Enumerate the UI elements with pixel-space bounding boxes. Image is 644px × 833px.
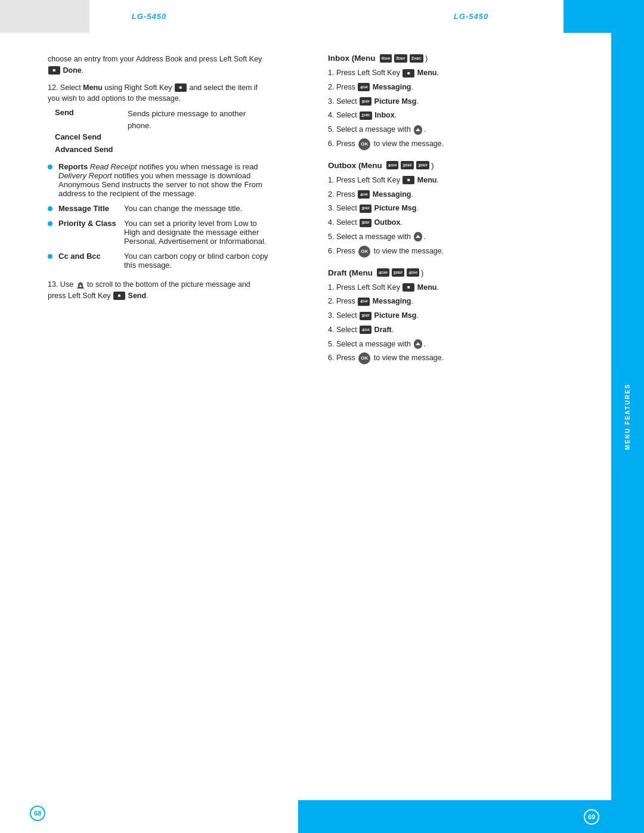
done-key: ■ (48, 66, 60, 75)
right-sidebar: Menu Features (611, 0, 644, 833)
nav-down-icon2 (413, 231, 423, 242)
outbox-step1: 1. Press Left Soft Key ■ Menu. (328, 175, 590, 186)
left-header-title: LG-5450 (132, 12, 166, 21)
outbox-title: Outbox (Menu (328, 161, 382, 170)
step12-menu: Menu (83, 83, 104, 92)
outbox-key3: 3DEF (416, 161, 429, 169)
draft-key3: 4GHI (407, 268, 419, 277)
advanced-send-label: Advanced Send (55, 145, 126, 156)
page-number-left: 68 (30, 806, 45, 821)
step13-para: 13. Use ▲ to scroll to the bottom of the… (48, 279, 268, 302)
ok-button: OK (358, 138, 370, 150)
right-soft-key: ■ (175, 83, 187, 92)
priority-label: Priority & Class (58, 219, 118, 246)
outbox-key1: 4GHI (386, 161, 399, 169)
draft-step1: 1. Press Left Soft Key ■ Menu. (328, 282, 590, 293)
svg-text:▲: ▲ (78, 283, 82, 287)
inbox-key1: 4GHI (380, 54, 392, 63)
inbox-step2: 2. Press 4GHI Messaging. (328, 82, 590, 93)
outbox-section-header: Outbox (Menu 4GHI 3DEF 3DEF ) (328, 161, 590, 170)
inbox-step5: 5. Select a message with . (328, 124, 590, 135)
message-title-label: Message Title (58, 204, 118, 213)
draft-key1: 4GHI (377, 268, 389, 277)
inbox-keys: 4GHI 3DEF 2ABC ) (379, 54, 428, 63)
send-desc: Sends picture message to another phone. (128, 108, 267, 131)
message-title-text: You can change the message title. (124, 204, 242, 213)
inbox-step6: 6. Press OK to view the message. (328, 138, 590, 150)
right-page: LG-5450 Inbox (Menu 4GHI 3DEF 2ABC ) 1. … (298, 0, 644, 833)
inbox-section-header: Inbox (Menu 4GHI 3DEF 2ABC ) (328, 54, 590, 63)
draft-step2: 2. Press 4GHI Messaging. (328, 296, 590, 307)
left-soft-key: ■ (113, 292, 125, 300)
cc-bcc-label: Cc and Bcc (58, 252, 118, 270)
inbox-step3: 3. Select 3DEF Picture Msg. (328, 96, 590, 107)
inbox-step4: 4. Select 2ABC Inbox. (328, 110, 590, 121)
outbox-steps: 1. Press Left Soft Key ■ Menu. 2. Press … (328, 175, 590, 258)
done-label: Done (63, 66, 81, 75)
priority-text: You can set a priority level from Low to… (124, 219, 268, 246)
bullet-section: Reports Read Receipt notifies you when m… (48, 162, 268, 270)
right-content: Inbox (Menu 4GHI 3DEF 2ABC ) 1. Press Le… (328, 54, 626, 364)
cc-bcc-text: You can carbon copy or blind carbon copy… (124, 252, 268, 270)
step13-send: Send (128, 292, 147, 300)
step12-rest: using Right Soft Key (104, 83, 172, 92)
bullet-reports: Reports Read Receipt notifies you when m… (48, 162, 268, 198)
inbox-key3: 2ABC (410, 54, 423, 63)
inbox-steps: 1. Press Left Soft Key ■ Menu. 2. Press … (328, 67, 590, 150)
bullet-dot (48, 221, 52, 226)
inbox-step1: 1. Press Left Soft Key ■ Menu. (328, 67, 590, 79)
ok-button2: OK (358, 246, 370, 258)
options-table: Send Sends picture message to another ph… (54, 107, 268, 157)
right-header-title: LG-5450 (454, 12, 488, 21)
draft-keys: 4GHI 3DEF 4GHI ) (376, 268, 423, 277)
ok-button3: OK (358, 352, 370, 364)
draft-step3: 3. Select 3DEF Picture Msg. (328, 310, 590, 321)
outbox-step2: 2. Press 4GHI Messaging. (328, 189, 590, 200)
draft-step4: 4. Select 4GHI Draft. (328, 324, 590, 336)
bullet-dot (48, 165, 52, 169)
outbox-keys: 4GHI 3DEF 3DEF ) (386, 161, 434, 170)
nav-down-icon (413, 125, 423, 135)
left-page: LG-5450 choose an entry from your Addres… (0, 0, 298, 833)
draft-key2: 3DEF (392, 268, 405, 277)
inbox-key2: 3DEF (394, 54, 407, 63)
intro-text: choose an entry from your Address Book a… (48, 55, 262, 63)
outbox-key2: 3DEF (401, 161, 414, 169)
step12-para: 12. Select Menu using Right Soft Key ■ a… (48, 82, 268, 105)
draft-section-header: Draft (Menu 4GHI 3DEF 4GHI ) (328, 268, 590, 277)
send-label: Send (55, 108, 126, 131)
bullet-cc-bcc: Cc and Bcc You can carbon copy or blind … (48, 252, 268, 270)
nav-down-icon3 (413, 339, 423, 349)
reports-text: Read Receipt notifies you when message i… (58, 162, 262, 198)
nav-icon: ▲ (76, 280, 85, 290)
right-bottom-bar: 69 (298, 800, 611, 833)
bullet-priority: Priority & Class You can set a priority … (48, 219, 268, 246)
intro-paragraph: choose an entry from your Address Book a… (48, 54, 268, 76)
cancel-send-label: Cancel Send (55, 132, 126, 144)
outbox-step4: 4. Select 3DEF Outbox. (328, 217, 590, 228)
draft-step5: 5. Select a message with . (328, 339, 590, 350)
left-content: choose an entry from your Address Book a… (48, 54, 268, 302)
bullet-dot (48, 254, 52, 259)
reports-label: Reports (58, 162, 88, 171)
bullet-dot (48, 206, 52, 211)
inbox-title: Inbox (Menu (328, 54, 376, 63)
draft-steps: 1. Press Left Soft Key ■ Menu. 2. Press … (328, 282, 590, 365)
outbox-step3: 3. Select 3DEF Picture Msg. (328, 203, 590, 214)
outbox-step5: 5. Select a message with . (328, 231, 590, 243)
bullet-message-title: Message Title You can change the message… (48, 204, 268, 213)
left-header: LG-5450 (0, 12, 298, 21)
sidebar-label: Menu Features (624, 383, 631, 450)
page-number-right: 69 (584, 809, 599, 825)
right-top-deco (564, 0, 611, 33)
outbox-step6: 6. Press OK to view the message. (328, 246, 590, 258)
draft-title: Draft (Menu (328, 268, 373, 277)
draft-step6: 6. Press OK to view the message. (328, 352, 590, 364)
